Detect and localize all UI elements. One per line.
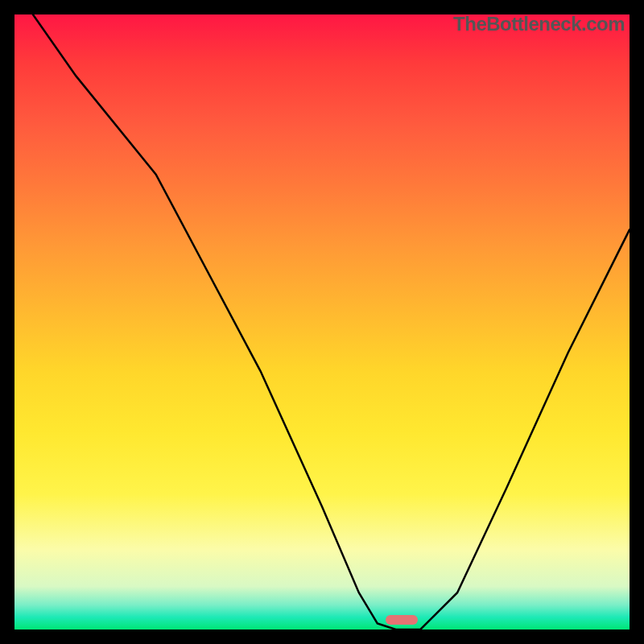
bottleneck-curve	[14, 14, 630, 630]
chart-container: TheBottleneck.com	[0, 0, 644, 644]
optimal-marker	[386, 615, 418, 625]
plot-area: TheBottleneck.com	[14, 14, 630, 630]
